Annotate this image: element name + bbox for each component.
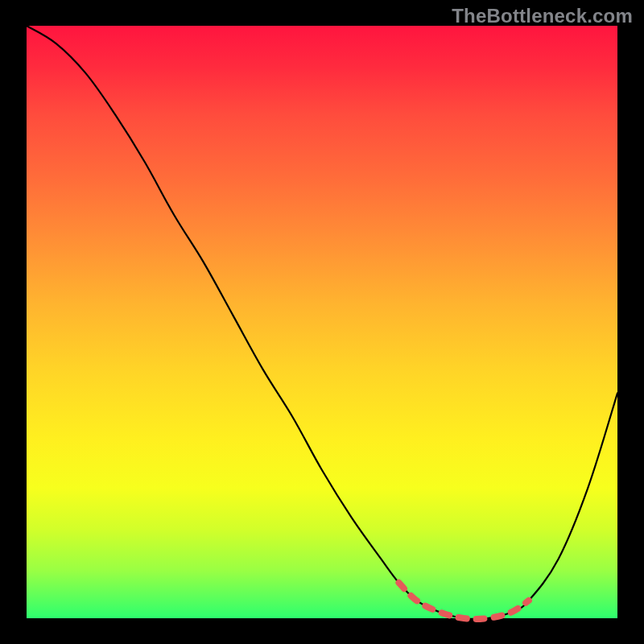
watermark-text: TheBottleneck.com [452,5,633,27]
highlight-band [398,583,528,619]
chart-svg [27,26,617,618]
chart-frame: TheBottleneck.com [0,0,644,644]
plot-area [27,26,617,618]
bottleneck-curve [27,26,617,619]
